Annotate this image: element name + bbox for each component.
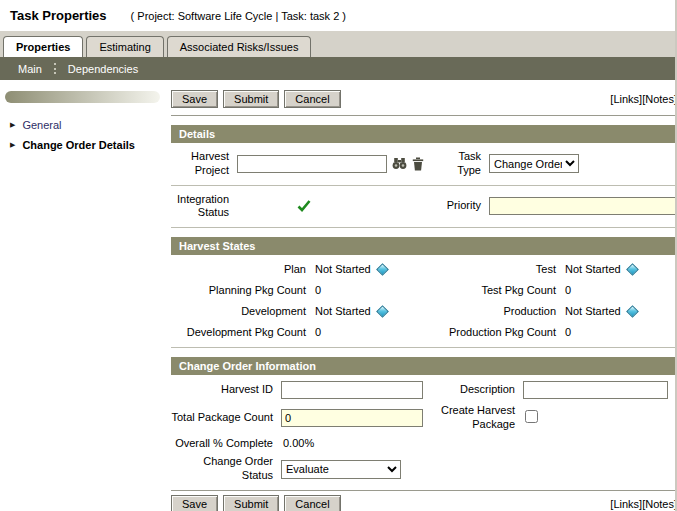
harvest-id-input[interactable] [281,381,423,399]
links-link-top[interactable]: [Links] [610,93,642,105]
total-package-count-input[interactable] [281,409,423,427]
subnav-item-dependencies[interactable]: Dependencies [58,63,148,75]
green-check-icon [297,200,311,212]
change-order-status-label: Change Order Status [171,455,281,483]
plan-value: Not Started [315,263,421,275]
harvest-states-section-header: Harvest States [171,237,675,255]
sidebar-item-label: Change Order Details [22,139,134,151]
test-pkg-count-label: Test Pkg Count [421,284,565,296]
toolbar-top: Save Submit Cancel [Links][Notes] [171,90,675,116]
plan-label: Plan [171,263,315,275]
page-header: Task Properties ( Project: Software Life… [0,0,675,31]
save-button-bottom[interactable]: Save [171,495,218,511]
sidebar-header-bar [5,91,160,103]
test-value: Not Started [565,263,675,275]
task-type-select[interactable]: Change Order [489,154,579,173]
tab-associated-risks-issues[interactable]: Associated Risks/Issues [167,36,312,57]
production-pkg-count-label: Production Pkg Count [421,326,565,338]
production-value: Not Started [565,305,675,317]
harvest-project-field: Harvest Project [171,150,429,178]
description-input[interactable] [523,381,668,399]
total-package-count-label: Total Package Count [171,411,281,425]
body-row: ▶ General ▶ Change Order Details Save Su… [0,80,675,511]
change-order-section-header: Change Order Information [171,357,675,375]
cancel-button-top[interactable]: Cancel [284,90,340,108]
change-order-grid: Harvest ID Description Total Package Cou… [171,375,675,488]
subnav-bar: Main Dependencies [0,57,675,80]
status-diamond-icon [626,263,639,276]
cancel-button-bottom[interactable]: Cancel [284,495,340,511]
sidebar-item-change-order-details[interactable]: ▶ Change Order Details [0,135,168,155]
development-pkg-count-value: 0 [315,326,421,338]
status-diamond-icon [376,263,389,276]
development-label: Development [171,305,315,317]
integration-status-field: Integration Status [171,193,429,221]
details-row-1: Harvest Project [171,143,675,186]
tab-bar: Properties Estimating Associated Risks/I… [0,31,675,57]
triangle-right-icon: ▶ [10,141,15,149]
production-pkg-count-value: 0 [565,326,675,338]
submit-button-bottom[interactable]: Submit [223,495,279,511]
harvest-project-label: Harvest Project [171,150,229,178]
sidebar: ▶ General ▶ Change Order Details [0,80,168,511]
sidebar-item-label: General [22,119,61,131]
status-diamond-icon [376,305,389,318]
test-label: Test [421,263,565,275]
toolbar-bottom: Save Submit Cancel [Links][Notes] [171,490,675,511]
harvest-states-grid: Plan Not Started Test Not Started Planni… [171,255,675,348]
create-harvest-package-label: Create Harvest Package [431,404,523,432]
page-title: Task Properties [10,8,107,23]
integration-status-label: Integration Status [171,193,229,221]
status-text: Not Started [315,305,371,317]
subnav-divider [54,63,56,74]
tab-estimating[interactable]: Estimating [86,36,163,57]
task-type-label: Task Type [437,150,481,178]
submit-button-top[interactable]: Submit [223,90,279,108]
priority-label: Priority [437,199,481,213]
save-button-top[interactable]: Save [171,90,218,108]
change-order-status-select[interactable]: Evaluate [281,460,401,479]
overall-pct-complete-label: Overall % Complete [171,437,281,451]
priority-input[interactable] [489,197,675,215]
clear-trash-icon[interactable] [412,157,424,171]
production-label: Production [421,305,565,317]
main-content: Save Submit Cancel [Links][Notes] Detail… [168,80,675,511]
harvest-id-label: Harvest ID [171,383,281,397]
links-link-bottom[interactable]: [Links] [610,498,642,510]
details-section-header: Details [171,125,675,143]
status-text: Not Started [565,263,621,275]
status-diamond-icon [626,305,639,318]
priority-field: Priority [429,197,675,215]
development-pkg-count-label: Development Pkg Count [171,326,315,338]
description-label: Description [431,383,523,397]
status-text: Not Started [315,263,371,275]
development-value: Not Started [315,305,421,317]
notes-link-top[interactable]: [Notes] [642,93,675,105]
page-context: ( Project: Software Life Cycle | Task: t… [131,10,346,22]
planning-pkg-count-label: Planning Pkg Count [171,284,315,296]
notes-link-bottom[interactable]: [Notes] [642,498,675,510]
task-properties-page: Task Properties ( Project: Software Life… [0,0,677,511]
harvest-project-input[interactable] [237,155,387,173]
browse-binoculars-icon[interactable] [392,157,407,170]
tab-properties[interactable]: Properties [3,36,83,57]
toolbar-links-bottom: [Links][Notes] [610,498,675,510]
task-type-field: Task Type Change Order [429,150,579,178]
toolbar-links-top: [Links][Notes] [610,93,675,105]
sidebar-item-general[interactable]: ▶ General [0,115,168,135]
overall-pct-complete-value: 0.00% [281,437,431,449]
create-harvest-package-checkbox[interactable] [525,410,538,423]
triangle-right-icon: ▶ [10,121,15,129]
details-row-2: Integration Status Priority [171,186,675,229]
status-text: Not Started [565,305,621,317]
planning-pkg-count-value: 0 [315,284,421,296]
test-pkg-count-value: 0 [565,284,675,296]
subnav-item-main[interactable]: Main [8,63,52,75]
